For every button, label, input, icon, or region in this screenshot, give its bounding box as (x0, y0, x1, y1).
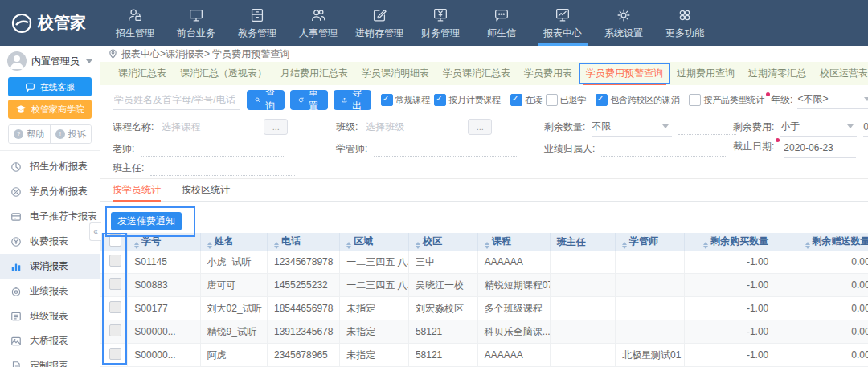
checkbox-by-product-type[interactable]: 按产品类型统计 (689, 94, 771, 106)
grade-select[interactable]: <不限> (797, 91, 868, 109)
help-button[interactable]: ? 帮助 (9, 125, 50, 143)
nav-inventory[interactable]: 进销存管理 (349, 0, 410, 46)
chat-bubble-icon (493, 6, 510, 24)
row-checkbox[interactable] (109, 301, 121, 313)
class-picker-button[interactable]: ... (468, 119, 492, 135)
nav-hr[interactable]: 人事管理 (288, 0, 349, 46)
nav-enrollment[interactable]: 招生管理 (104, 0, 166, 46)
col-course[interactable]: 课程 (477, 233, 550, 251)
cell-name: 唐可可 (200, 274, 267, 297)
sidebar-item-performance-report[interactable]: 业绩报表 (0, 279, 100, 304)
course-picker-button[interactable]: ... (264, 119, 288, 135)
cell-head-teacher (550, 297, 615, 320)
class-input[interactable] (364, 117, 464, 137)
row-checkbox[interactable] (109, 255, 121, 267)
sidebar-item-referral-card[interactable]: 电子推荐卡报表 (0, 204, 100, 229)
checkbox-cross-campus[interactable]: 包含跨校区的课消 (596, 94, 679, 106)
cell-head-teacher (550, 320, 615, 344)
row-checkbox[interactable] (109, 278, 121, 290)
sidebar-item-fee-report[interactable]: 收费报表 (0, 229, 100, 254)
row-checkbox[interactable] (109, 324, 121, 336)
sidebar-item-enrollment-analysis[interactable]: 招生分析报表 (0, 154, 100, 179)
row-checkbox[interactable] (109, 348, 121, 360)
col-phone[interactable]: 电话 (268, 233, 340, 251)
deadline-input[interactable]: 2020-06-23 (784, 140, 856, 158)
nav-label: 前台业务 (177, 27, 215, 40)
search-input[interactable] (113, 90, 240, 110)
advisor-input[interactable] (374, 141, 518, 157)
cell-course: 多个班级课程 (477, 297, 550, 320)
teacher-input[interactable] (141, 141, 285, 157)
checkbox-monthly-billing[interactable]: 按月计费课程 (434, 94, 501, 106)
deadline-label: 截止日期: (733, 140, 774, 153)
sidebar-item-course-consumption-report[interactable]: 课消报表 (0, 254, 100, 279)
nav-report-center[interactable]: 报表中心 (532, 0, 593, 46)
tab-expired-fee[interactable]: 过期费用查询 (677, 62, 735, 85)
col-remaining-purchased[interactable]: 剩余购买数量 (684, 233, 780, 251)
checkbox-icon[interactable] (381, 94, 393, 106)
nav-front-desk[interactable]: 前台业务 (166, 0, 227, 46)
tab-student-fee-warning[interactable]: 学员费用预警查询 (586, 62, 663, 85)
remaining-fee-op-select[interactable]: 小于 (780, 118, 857, 137)
cell-remaining-purchased: -1.00 (684, 320, 780, 344)
nav-finance[interactable]: 财务管理 (410, 0, 471, 46)
checkbox-icon[interactable] (510, 94, 522, 106)
checkbox-withdrawn[interactable]: 已退学 (546, 94, 586, 106)
course-name-input[interactable] (160, 117, 260, 137)
col-advisor[interactable]: 学管师 (616, 233, 685, 251)
collapse-sidebar-handle[interactable]: « (89, 222, 101, 241)
nav-messages[interactable]: 师生信 (471, 0, 532, 46)
tab-course-summary-pivot[interactable]: 课消汇总（透视表） (180, 62, 267, 85)
checkbox-icon[interactable] (689, 94, 701, 106)
sort-icon (805, 242, 810, 249)
checkbox-regular-course[interactable]: 常规课程 (381, 94, 430, 106)
export-button[interactable]: 导出 (334, 90, 371, 110)
nav-academic[interactable]: 教务管理 (227, 0, 288, 46)
checkbox-icon[interactable] (546, 94, 558, 106)
sidebar-item-class-report[interactable]: 班级报表 (0, 304, 100, 328)
user-menu[interactable]: 内置管理员 (0, 46, 100, 74)
nav-label: 教务管理 (238, 27, 276, 40)
nav-more[interactable]: 更多功能 (654, 0, 715, 46)
tab-student-fee[interactable]: 学员费用表 (524, 62, 572, 85)
tab-monthly-fee-summary[interactable]: 月结费用汇总表 (280, 62, 348, 85)
business-school-button[interactable]: 校管家商学院 (8, 100, 92, 119)
sidebar-divider (0, 150, 100, 151)
sidebar-item-custom-report[interactable]: 定制报表 (0, 353, 100, 367)
sidebar-item-bridge-report[interactable]: 大桥报表 (0, 328, 100, 353)
col-remaining-gifted[interactable]: 剩余赠送数量 (780, 233, 868, 251)
search-button[interactable]: 查询 (247, 90, 285, 110)
remaining-qty-extra-input[interactable] (678, 120, 736, 135)
tab-by-student[interactable]: 按学员统计 (113, 179, 161, 201)
tab-by-campus[interactable]: 按校区统计 (182, 179, 230, 201)
tab-campus-operation[interactable]: 校区运营表 (820, 62, 868, 85)
reset-button[interactable]: 重置 (290, 90, 328, 110)
checkbox-enrolled[interactable]: 在读 (510, 94, 542, 106)
head-teacher-input[interactable] (150, 161, 295, 176)
performance-owner-input[interactable] (601, 141, 726, 157)
tab-course-summary[interactable]: 课消汇总表 (118, 62, 166, 85)
nav-settings[interactable]: 系统设置 (593, 0, 654, 46)
col-region[interactable]: 区域 (340, 233, 409, 251)
remaining-qty-select[interactable]: 不限 (592, 118, 672, 137)
col-head-teacher[interactable]: 班主任 (550, 233, 615, 251)
tab-student-course-summary[interactable]: 学员课消汇总表 (443, 62, 510, 85)
tab-student-course-detail[interactable]: 学员课消明细表 (362, 62, 429, 85)
send-payment-reminder-button[interactable]: 发送催费通知 (111, 212, 182, 230)
cell-campus: 三中 (408, 251, 477, 274)
col-student-id[interactable]: 学号 (128, 233, 200, 251)
app-logo[interactable]: 校管家 (0, 12, 104, 34)
sidebar-item-student-analysis[interactable]: 学员分析报表 (0, 179, 100, 204)
select-all-checkbox[interactable] (109, 234, 121, 247)
checkbox-icon[interactable] (596, 94, 608, 106)
tab-expired-clear-summary[interactable]: 过期清零汇总 (748, 62, 806, 85)
percent-circle-icon (10, 186, 22, 198)
complaint-button[interactable]: ! 投诉 (50, 125, 92, 143)
checkbox-icon[interactable] (434, 94, 446, 106)
col-campus[interactable]: 校区 (408, 233, 477, 251)
remaining-fee-value-input[interactable]: 0 (863, 118, 868, 137)
class-filter: 班级: ... (336, 117, 492, 137)
sidebar-item-label: 学员分析报表 (30, 185, 88, 198)
col-name[interactable]: 姓名 (200, 233, 267, 251)
online-service-button[interactable]: 在线客服 (8, 77, 92, 96)
